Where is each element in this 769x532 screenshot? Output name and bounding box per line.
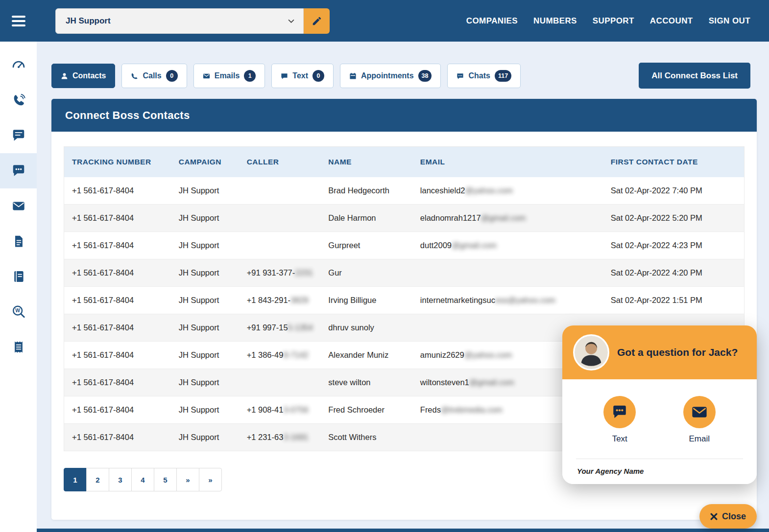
- table-row: +1 561-617-8404 JH Support Brad Hedgecor…: [64, 177, 745, 205]
- table-row: +1 561-617-8404 JH Support +1 843-291-38…: [64, 287, 745, 314]
- page-last[interactable]: »: [199, 468, 222, 491]
- page-4[interactable]: 4: [131, 468, 154, 491]
- tab-chats[interactable]: Chats 117: [447, 64, 521, 88]
- chat-icon: [457, 72, 464, 80]
- page-3[interactable]: 3: [109, 468, 132, 491]
- sidebar-item-receipts[interactable]: [0, 329, 37, 365]
- cell-campaign: JH Support: [173, 232, 241, 259]
- envelope-icon: [691, 403, 708, 421]
- cell-name: Dale Harmon: [322, 205, 414, 232]
- cell-email: lanceshield2@yahoo.com: [414, 177, 605, 205]
- sidebar-item-keyword-search[interactable]: W: [0, 294, 37, 329]
- cell-caller: [241, 369, 323, 396]
- tab-badge: 38: [418, 70, 432, 82]
- table-header-row: TRACKING NUMBER CAMPAIGN CALLER NAME EMA…: [64, 147, 745, 178]
- book-icon: [12, 270, 25, 283]
- cell-tracking: +1 561-617-8404: [64, 342, 173, 369]
- agency-name: Your Agency Name: [576, 459, 743, 484]
- cell-campaign: JH Support: [173, 424, 241, 451]
- cell-name: Fred Schroeder: [322, 396, 414, 424]
- cell-tracking: +1 561-617-8404: [64, 205, 173, 232]
- tab-badge: 0: [312, 70, 324, 82]
- cell-date: Sat 02-Apr-2022 1:51 PM: [605, 287, 745, 314]
- email-blurred: @gmail.com: [469, 378, 514, 387]
- nav-account[interactable]: ACCOUNT: [650, 16, 693, 26]
- nav-numbers[interactable]: NUMBERS: [533, 16, 577, 26]
- envelope-icon: [11, 199, 26, 213]
- sidebar-item-contact-book[interactable]: [0, 259, 37, 294]
- caller-visible: +1 386-49: [247, 350, 284, 359]
- nav-support[interactable]: SUPPORT: [593, 16, 634, 26]
- cell-date: Sat 02-Apr-2022 7:40 PM: [605, 177, 745, 205]
- cell-caller: +91 997-155-1354: [241, 314, 323, 342]
- tab-appointments[interactable]: Appointments 38: [340, 64, 441, 88]
- column-header-campaign: CAMPAIGN: [173, 147, 241, 178]
- tab-contacts[interactable]: Contacts: [51, 64, 115, 88]
- cell-email: dutt2009@gmail.com: [414, 232, 605, 259]
- sidebar-item-chats[interactable]: [0, 118, 37, 153]
- column-header-tracking-number: TRACKING NUMBER: [64, 147, 173, 178]
- sidebar-item-texts[interactable]: [0, 153, 37, 188]
- cell-tracking: +1 561-617-8404: [64, 177, 173, 205]
- tab-label: Emails: [215, 71, 240, 80]
- email-visible: dutt2009: [420, 241, 452, 250]
- cell-caller: +91 931-377-2231: [241, 259, 323, 287]
- sidebar-item-emails[interactable]: [0, 188, 37, 224]
- sidebar-item-documents[interactable]: [0, 224, 37, 259]
- caller-blurred: 2231: [295, 268, 313, 277]
- cell-date: Sat 02-Apr-2022 4:20 PM: [605, 259, 745, 287]
- table-row: +1 561-617-8404 JH Support Dale Harmon e…: [64, 205, 745, 232]
- tab-text[interactable]: Text 0: [271, 64, 334, 88]
- page-1[interactable]: 1: [64, 468, 87, 491]
- cell-name: Alexander Muniz: [322, 342, 414, 369]
- email-blurred: @gmail.com: [452, 241, 497, 250]
- email-blurred: @gmail.com: [481, 213, 526, 222]
- tab-emails[interactable]: Emails 1: [193, 64, 265, 88]
- table-row: +1 561-617-8404 JH Support Gurpreet dutt…: [64, 232, 745, 259]
- footer-strip: [37, 529, 769, 532]
- caller-visible: +1 908-41: [247, 405, 284, 414]
- tab-label: Calls: [143, 71, 161, 80]
- tab-label: Appointments: [361, 71, 414, 80]
- edit-company-button[interactable]: [304, 8, 330, 34]
- cell-caller: +1 843-291-3829: [241, 287, 323, 314]
- cell-date: Sat 02-Apr-2022 4:23 PM: [605, 232, 745, 259]
- column-header-caller: CALLER: [241, 147, 323, 178]
- hamburger-menu-button[interactable]: [0, 0, 37, 42]
- chat-widget-header: Got a question for Jack?: [562, 325, 757, 379]
- cell-name: Gur: [322, 259, 414, 287]
- tab-badge: 0: [166, 70, 178, 82]
- word-search-icon: W: [11, 304, 26, 319]
- table-row: +1 561-617-8404 JH Support +91 931-377-2…: [64, 259, 745, 287]
- page-2[interactable]: 2: [86, 468, 109, 491]
- chat-close-button[interactable]: Close: [699, 504, 757, 529]
- chat-widget-body: Text Email Your Agency Name: [562, 379, 757, 484]
- page-next[interactable]: »: [176, 468, 199, 491]
- email-visible: wiltonsteven1: [420, 378, 469, 387]
- company-select[interactable]: JH Support: [55, 8, 304, 34]
- nav-sign-out[interactable]: SIGN OUT: [709, 16, 750, 26]
- cell-campaign: JH Support: [173, 314, 241, 342]
- chat-email-label: Email: [683, 434, 716, 444]
- sidebar-item-calls[interactable]: [0, 83, 37, 118]
- cell-email: internetmarketingsucess@yahoo.com: [414, 287, 605, 314]
- chat-widget-title: Got a question for Jack?: [617, 346, 738, 359]
- cell-name: Irving Billigue: [322, 287, 414, 314]
- tab-calls[interactable]: Calls 0: [121, 64, 187, 88]
- phone-icon: [11, 93, 26, 108]
- page-5[interactable]: 5: [154, 468, 177, 491]
- company-select-group: JH Support: [55, 8, 330, 34]
- cell-name: Gurpreet: [322, 232, 414, 259]
- tab-badge: 1: [244, 70, 256, 82]
- email-visible: amuniz2629: [420, 350, 464, 359]
- chat-text-action[interactable]: Text: [603, 396, 636, 444]
- chat-bubble-icon: [611, 404, 628, 420]
- sidebar-item-dashboard[interactable]: [0, 47, 37, 83]
- chat-icon: [11, 128, 26, 143]
- all-connect-boss-list-button[interactable]: All Connect Boss List: [639, 63, 750, 89]
- chat-email-action[interactable]: Email: [683, 396, 716, 444]
- gauge-icon: [11, 57, 26, 73]
- nav-companies[interactable]: COMPANIES: [466, 16, 518, 26]
- panel-header: Connect Boss Contacts: [51, 99, 757, 132]
- cell-caller: [241, 177, 323, 205]
